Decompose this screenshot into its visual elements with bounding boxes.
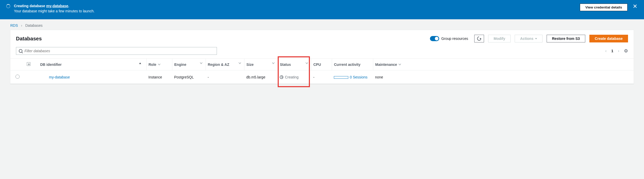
refresh-icon [476,36,482,42]
col-activity[interactable]: Current activity [332,59,373,70]
clock-icon [280,75,283,79]
notification-db-link[interactable]: my-database [46,4,68,8]
breadcrumb-current: Databases [25,23,43,28]
table-row: my-database Instance PostgreSQL - db.m5.… [10,70,634,84]
filter-input-wrapper[interactable] [16,47,217,55]
cell-region: - [206,70,244,84]
cell-status: Creating [280,75,309,79]
panel-header: Databases Group resources Modify Actions… [10,30,634,44]
page-title: Databases [16,36,426,42]
sessions-link[interactable]: 0 Sessions [350,75,367,79]
refresh-button[interactable] [474,35,484,42]
group-resources-toggle[interactable]: Group resources [430,36,468,41]
expand-all-icon[interactable] [27,62,30,66]
loading-spinner-icon [6,4,10,8]
notification-banner: Creating database my-database. Your data… [0,0,644,19]
filter-input[interactable] [24,49,214,53]
actions-label: Actions [520,37,533,41]
prev-page-button[interactable]: ‹ [604,48,608,54]
db-identifier-link[interactable]: my-database [49,75,70,79]
table-header-row: DB identifier Role Engine Region & AZ Si… [10,59,634,70]
notification-suffix: . [68,4,69,8]
filter-caret-icon [158,64,160,66]
databases-table: DB identifier Role Engine Region & AZ Si… [10,58,634,84]
col-role[interactable]: Role [146,59,172,70]
filter-caret-icon [399,64,401,66]
gear-icon[interactable]: ⚙ [624,48,628,54]
col-region[interactable]: Region & AZ [206,59,244,70]
restore-from-s3-button[interactable]: Restore from S3 [547,35,585,42]
toggle-switch[interactable] [430,36,439,41]
session-bar-icon [334,76,348,79]
sort-ascending-icon [139,62,141,64]
toggle-label: Group resources [441,37,468,41]
view-credentials-button[interactable]: View credential details [580,4,628,11]
filter-caret-icon [306,62,308,65]
search-icon [19,49,22,53]
page-number: 1 [611,49,613,53]
modify-button[interactable]: Modify [488,35,511,42]
pagination: ‹ 1 › ⚙ [604,48,628,54]
filter-caret-icon [200,62,202,65]
next-page-button[interactable]: › [617,48,620,54]
col-maintenance[interactable]: Maintenance [373,59,634,70]
col-size[interactable]: Size [244,59,278,70]
notification-message: Creating database my-database. Your data… [14,4,576,14]
cell-cpu: - [311,70,332,84]
breadcrumb: RDS › Databases [0,19,644,30]
create-database-button[interactable]: Create database [589,35,628,42]
row-radio[interactable] [15,75,20,79]
col-identifier[interactable]: DB identifier [38,59,146,70]
breadcrumb-root[interactable]: RDS [10,23,18,28]
col-cpu[interactable]: CPU [311,59,332,70]
close-icon[interactable]: ✕ [631,4,639,9]
chevron-down-icon [535,38,537,39]
cell-size: db.m5.large [244,70,278,84]
cell-maintenance: none [373,70,634,84]
status-text: Creating [285,75,299,79]
col-status[interactable]: Status [278,59,311,70]
cell-engine: PostgreSQL [172,70,206,84]
notification-prefix: Creating database [14,4,46,8]
chevron-right-icon: › [21,23,22,28]
databases-panel: Databases Group resources Modify Actions… [10,30,634,84]
filter-row: ‹ 1 › ⚙ [10,44,634,58]
filter-caret-icon [239,62,241,65]
cell-role: Instance [146,70,172,84]
actions-button[interactable]: Actions [515,35,542,42]
filter-caret-icon [272,62,274,65]
notification-subtext: Your database might take a few minutes t… [14,9,576,14]
col-engine[interactable]: Engine [172,59,206,70]
